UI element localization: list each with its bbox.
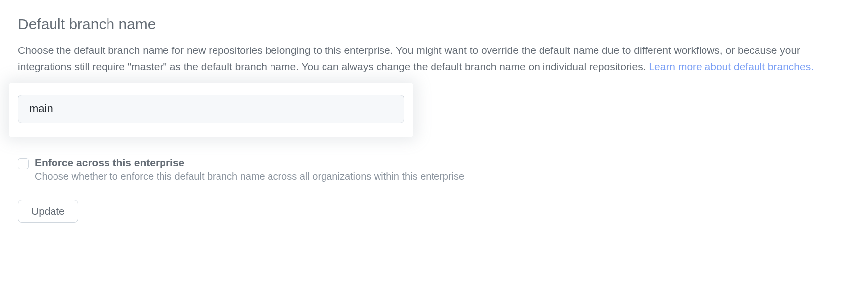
enforce-description: Choose whether to enforce this default b… [35,171,464,182]
enforce-checkbox[interactable] [18,158,29,169]
enforce-label[interactable]: Enforce across this enterprise [35,157,464,169]
section-description: Choose the default branch name for new r… [18,43,850,75]
default-branch-name-input[interactable] [18,95,404,123]
enforce-row: Enforce across this enterprise Choose wh… [18,157,850,182]
update-button[interactable]: Update [18,200,78,223]
branch-input-wrapper [9,83,413,137]
learn-more-link[interactable]: Learn more about default branches. [649,61,814,72]
enforce-content: Enforce across this enterprise Choose wh… [35,157,464,182]
section-title: Default branch name [18,16,850,33]
